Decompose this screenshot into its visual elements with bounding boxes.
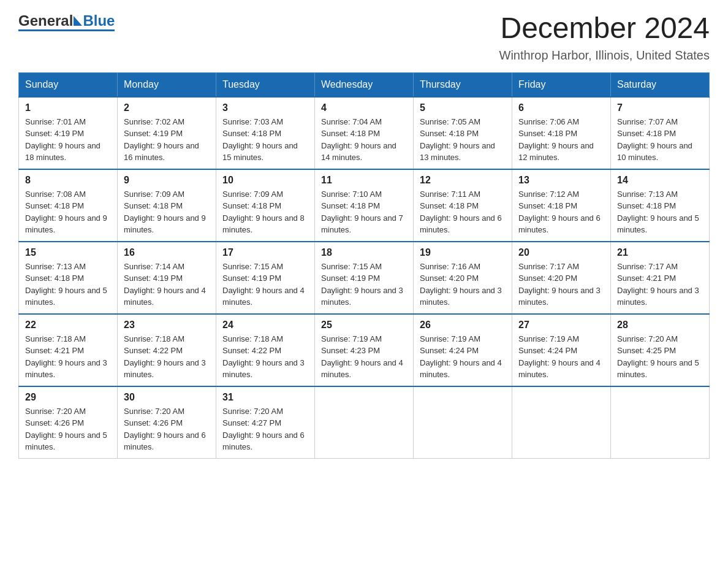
table-row: 11Sunrise: 7:10 AMSunset: 4:18 PMDayligh…: [315, 169, 414, 242]
day-info: Sunrise: 7:02 AMSunset: 4:19 PMDaylight:…: [124, 116, 210, 164]
day-number: 29: [25, 392, 111, 403]
day-number: 18: [321, 247, 407, 258]
table-row: 19Sunrise: 7:16 AMSunset: 4:20 PMDayligh…: [414, 242, 512, 314]
day-info: Sunrise: 7:20 AMSunset: 4:27 PMDaylight:…: [222, 405, 308, 453]
day-number: 15: [25, 247, 111, 258]
table-row: [315, 386, 414, 459]
day-number: 23: [124, 320, 210, 331]
day-info: Sunrise: 7:11 AMSunset: 4:18 PMDaylight:…: [420, 188, 506, 236]
table-row: 7Sunrise: 7:07 AMSunset: 4:18 PMDaylight…: [611, 97, 710, 169]
day-info: Sunrise: 7:09 AMSunset: 4:18 PMDaylight:…: [124, 188, 210, 236]
calendar-week-row: 1Sunrise: 7:01 AMSunset: 4:19 PMDaylight…: [19, 97, 710, 169]
day-info: Sunrise: 7:19 AMSunset: 4:24 PMDaylight:…: [518, 333, 604, 381]
table-row: 18Sunrise: 7:15 AMSunset: 4:19 PMDayligh…: [315, 242, 414, 314]
table-row: 25Sunrise: 7:19 AMSunset: 4:23 PMDayligh…: [315, 314, 414, 386]
table-row: 2Sunrise: 7:02 AMSunset: 4:19 PMDaylight…: [118, 97, 216, 169]
calendar-week-row: 22Sunrise: 7:18 AMSunset: 4:21 PMDayligh…: [19, 314, 710, 386]
day-number: 25: [321, 320, 407, 331]
day-info: Sunrise: 7:13 AMSunset: 4:18 PMDaylight:…: [617, 188, 703, 236]
table-row: 13Sunrise: 7:12 AMSunset: 4:18 PMDayligh…: [512, 169, 611, 242]
day-info: Sunrise: 7:06 AMSunset: 4:18 PMDaylight:…: [518, 116, 604, 164]
table-row: 16Sunrise: 7:14 AMSunset: 4:19 PMDayligh…: [118, 242, 216, 314]
day-number: 21: [617, 247, 703, 258]
day-info: Sunrise: 7:09 AMSunset: 4:18 PMDaylight:…: [222, 188, 308, 236]
day-number: 31: [222, 392, 308, 403]
table-row: 8Sunrise: 7:08 AMSunset: 4:18 PMDaylight…: [19, 169, 118, 242]
table-row: 15Sunrise: 7:13 AMSunset: 4:18 PMDayligh…: [19, 242, 118, 314]
col-saturday: Saturday: [611, 72, 710, 97]
col-monday: Monday: [118, 72, 216, 97]
day-info: Sunrise: 7:19 AMSunset: 4:23 PMDaylight:…: [321, 333, 407, 381]
table-row: 12Sunrise: 7:11 AMSunset: 4:18 PMDayligh…: [414, 169, 512, 242]
day-number: 30: [124, 392, 210, 403]
day-number: 22: [25, 320, 111, 331]
table-row: 22Sunrise: 7:18 AMSunset: 4:21 PMDayligh…: [19, 314, 118, 386]
table-row: 24Sunrise: 7:18 AMSunset: 4:22 PMDayligh…: [216, 314, 315, 386]
col-thursday: Thursday: [414, 72, 512, 97]
calendar-week-row: 15Sunrise: 7:13 AMSunset: 4:18 PMDayligh…: [19, 242, 710, 314]
table-row: 10Sunrise: 7:09 AMSunset: 4:18 PMDayligh…: [216, 169, 315, 242]
day-info: Sunrise: 7:20 AMSunset: 4:25 PMDaylight:…: [617, 333, 703, 381]
day-number: 8: [25, 175, 111, 186]
day-info: Sunrise: 7:20 AMSunset: 4:26 PMDaylight:…: [124, 405, 210, 453]
table-row: 17Sunrise: 7:15 AMSunset: 4:19 PMDayligh…: [216, 242, 315, 314]
logo: General Blue: [18, 12, 115, 31]
page-header: General Blue December 2024 Winthrop Harb…: [18, 12, 710, 63]
day-number: 24: [222, 320, 308, 331]
day-number: 7: [617, 102, 703, 113]
day-number: 4: [321, 102, 407, 113]
day-info: Sunrise: 7:03 AMSunset: 4:18 PMDaylight:…: [222, 116, 308, 164]
col-tuesday: Tuesday: [216, 72, 315, 97]
table-row: [611, 386, 710, 459]
day-number: 11: [321, 175, 407, 186]
day-number: 2: [124, 102, 210, 113]
day-number: 1: [25, 102, 111, 113]
day-info: Sunrise: 7:10 AMSunset: 4:18 PMDaylight:…: [321, 188, 407, 236]
day-number: 27: [518, 320, 604, 331]
col-friday: Friday: [512, 72, 611, 97]
calendar-header-row: Sunday Monday Tuesday Wednesday Thursday…: [19, 72, 710, 97]
day-info: Sunrise: 7:01 AMSunset: 4:19 PMDaylight:…: [25, 116, 111, 164]
day-info: Sunrise: 7:20 AMSunset: 4:26 PMDaylight:…: [25, 405, 111, 453]
day-info: Sunrise: 7:18 AMSunset: 4:21 PMDaylight:…: [25, 333, 111, 381]
calendar-week-row: 29Sunrise: 7:20 AMSunset: 4:26 PMDayligh…: [19, 386, 710, 459]
day-info: Sunrise: 7:14 AMSunset: 4:19 PMDaylight:…: [124, 261, 210, 308]
table-row: 5Sunrise: 7:05 AMSunset: 4:18 PMDaylight…: [414, 97, 512, 169]
day-number: 17: [222, 247, 308, 258]
logo-blue-text: Blue: [83, 12, 115, 29]
table-row: 31Sunrise: 7:20 AMSunset: 4:27 PMDayligh…: [216, 386, 315, 459]
day-info: Sunrise: 7:18 AMSunset: 4:22 PMDaylight:…: [222, 333, 308, 381]
table-row: 1Sunrise: 7:01 AMSunset: 4:19 PMDaylight…: [19, 97, 118, 169]
calendar-table: Sunday Monday Tuesday Wednesday Thursday…: [18, 72, 710, 459]
title-section: December 2024 Winthrop Harbor, Illinois,…: [499, 12, 710, 63]
day-number: 3: [222, 102, 308, 113]
day-number: 28: [617, 320, 703, 331]
day-info: Sunrise: 7:17 AMSunset: 4:21 PMDaylight:…: [617, 261, 703, 308]
day-number: 6: [518, 102, 604, 113]
table-row: 29Sunrise: 7:20 AMSunset: 4:26 PMDayligh…: [19, 386, 118, 459]
table-row: 3Sunrise: 7:03 AMSunset: 4:18 PMDaylight…: [216, 97, 315, 169]
day-number: 10: [222, 175, 308, 186]
table-row: 6Sunrise: 7:06 AMSunset: 4:18 PMDaylight…: [512, 97, 611, 169]
day-info: Sunrise: 7:04 AMSunset: 4:18 PMDaylight:…: [321, 116, 407, 164]
page-title: December 2024: [499, 12, 710, 45]
day-number: 20: [518, 247, 604, 258]
table-row: 20Sunrise: 7:17 AMSunset: 4:20 PMDayligh…: [512, 242, 611, 314]
table-row: 28Sunrise: 7:20 AMSunset: 4:25 PMDayligh…: [611, 314, 710, 386]
table-row: 14Sunrise: 7:13 AMSunset: 4:18 PMDayligh…: [611, 169, 710, 242]
day-info: Sunrise: 7:15 AMSunset: 4:19 PMDaylight:…: [321, 261, 407, 308]
day-info: Sunrise: 7:15 AMSunset: 4:19 PMDaylight:…: [222, 261, 308, 308]
day-number: 5: [420, 102, 506, 113]
table-row: 4Sunrise: 7:04 AMSunset: 4:18 PMDaylight…: [315, 97, 414, 169]
day-number: 16: [124, 247, 210, 258]
day-info: Sunrise: 7:12 AMSunset: 4:18 PMDaylight:…: [518, 188, 604, 236]
day-info: Sunrise: 7:07 AMSunset: 4:18 PMDaylight:…: [617, 116, 703, 164]
day-info: Sunrise: 7:17 AMSunset: 4:20 PMDaylight:…: [518, 261, 604, 308]
logo-arrow-icon: [74, 16, 82, 26]
table-row: [512, 386, 611, 459]
table-row: 26Sunrise: 7:19 AMSunset: 4:24 PMDayligh…: [414, 314, 512, 386]
logo-underline: [18, 29, 115, 31]
table-row: 23Sunrise: 7:18 AMSunset: 4:22 PMDayligh…: [118, 314, 216, 386]
calendar-week-row: 8Sunrise: 7:08 AMSunset: 4:18 PMDaylight…: [19, 169, 710, 242]
day-number: 14: [617, 175, 703, 186]
